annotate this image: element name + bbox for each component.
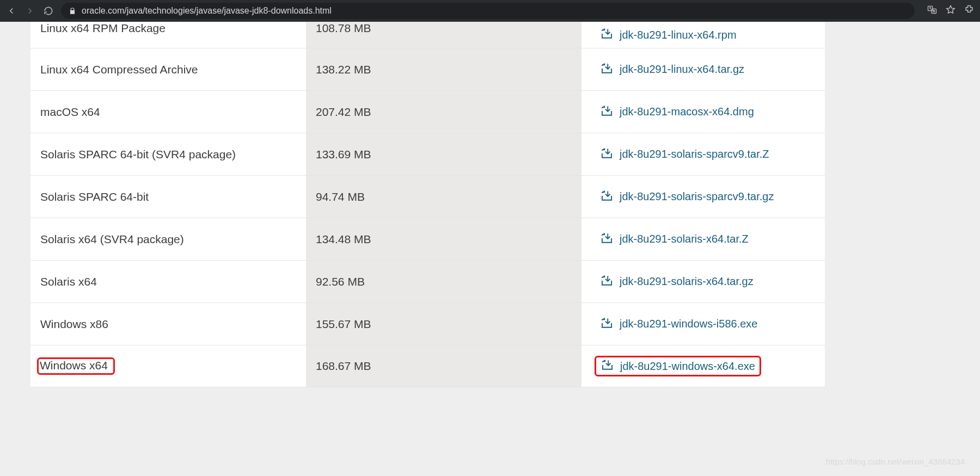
table-row: Solaris SPARC 64-bit94.74 MB jdk-8u291-s…: [30, 175, 825, 218]
file-size-cell: 92.56 MB: [306, 261, 581, 302]
product-name-cell: Linux x64 Compressed Archive: [30, 48, 306, 90]
back-button[interactable]: [5, 5, 17, 17]
product-name-cell: Windows x86: [30, 303, 306, 345]
product-name: Linux x64 Compressed Archive: [40, 63, 198, 76]
svg-rect-5: [604, 148, 605, 150]
download-cell: jdk-8u291-windows-i586.exe: [581, 303, 825, 345]
chrome-right-controls: [927, 4, 975, 17]
product-name-cell: Linux x64 RPM Package: [30, 22, 306, 48]
product-name: Solaris SPARC 64-bit: [40, 190, 149, 203]
forward-button[interactable]: [24, 5, 36, 17]
download-cell: jdk-8u291-solaris-sparcv9.tar.Z: [581, 133, 825, 175]
table-row: Linux x64 RPM Package108.78 MB jdk-8u291…: [30, 22, 825, 48]
translate-icon[interactable]: [927, 4, 938, 17]
file-size: 134.48 MB: [316, 233, 371, 246]
download-icon[interactable]: [598, 104, 613, 120]
browser-chrome: oracle.com/java/technologies/javase/java…: [0, 0, 980, 22]
highlight-box: jdk-8u291-windows-x64.exe: [595, 356, 761, 376]
product-name-cell: Solaris SPARC 64-bit: [30, 176, 306, 218]
highlight-box: Windows x64: [37, 357, 115, 375]
download-cell: jdk-8u291-windows-x64.exe: [581, 345, 825, 387]
file-size-cell: 94.74 MB: [306, 176, 581, 218]
table-row: Windows x64168.67 MB jdk-8u291-windows-x…: [30, 345, 825, 387]
extensions-icon[interactable]: [964, 4, 975, 17]
file-size-cell: 138.22 MB: [306, 48, 581, 90]
file-size: 138.22 MB: [316, 63, 371, 76]
download-icon[interactable]: [598, 189, 613, 205]
svg-rect-4: [604, 106, 605, 107]
download-link[interactable]: jdk-8u291-solaris-sparcv9.tar.Z: [620, 148, 769, 160]
download-icon[interactable]: [598, 232, 613, 247]
download-link[interactable]: jdk-8u291-solaris-x64.tar.gz: [620, 275, 754, 288]
svg-rect-3: [604, 63, 605, 65]
download-icon[interactable]: [598, 317, 613, 332]
product-name: Solaris x64: [40, 275, 97, 288]
download-link[interactable]: jdk-8u291-macosx-x64.dmg: [620, 106, 754, 118]
reload-button[interactable]: [42, 5, 54, 17]
file-size-cell: 134.48 MB: [306, 218, 581, 260]
file-size-cell: 133.69 MB: [306, 133, 581, 175]
download-cell: jdk-8u291-linux-x64.tar.gz: [581, 48, 825, 90]
table-row: Linux x64 Compressed Archive138.22 MB jd…: [30, 48, 825, 90]
table-row: Windows x86155.67 MB jdk-8u291-windows-i…: [30, 302, 825, 345]
download-icon[interactable]: [598, 62, 613, 77]
download-cell: jdk-8u291-solaris-x64.tar.gz: [581, 261, 825, 302]
product-name: macOS x64: [40, 106, 100, 119]
file-size: 207.42 MB: [316, 106, 371, 119]
download-cell: jdk-8u291-linux-x64.rpm: [581, 22, 825, 48]
table-row: macOS x64207.42 MB jdk-8u291-macosx-x64.…: [30, 90, 825, 133]
star-icon[interactable]: [945, 4, 956, 17]
product-name: Windows x86: [40, 318, 108, 331]
file-size: 168.67 MB: [316, 360, 371, 373]
file-size: 133.69 MB: [316, 148, 371, 161]
address-bar[interactable]: oracle.com/java/technologies/javase/java…: [61, 3, 915, 19]
download-icon[interactable]: [598, 358, 614, 374]
download-cell: jdk-8u291-solaris-sparcv9.tar.gz: [581, 176, 825, 218]
file-size: 92.56 MB: [316, 275, 365, 288]
table-row: Solaris SPARC 64-bit (SVR4 package)133.6…: [30, 133, 825, 175]
product-name: Linux x64 RPM Package: [40, 22, 166, 35]
download-table: Linux x64 RPM Package108.78 MB jdk-8u291…: [30, 22, 825, 387]
svg-rect-10: [604, 360, 606, 362]
svg-rect-9: [604, 318, 605, 319]
svg-rect-6: [604, 190, 605, 192]
product-name-cell: Windows x64: [30, 345, 306, 387]
product-name: Solaris SPARC 64-bit (SVR4 package): [40, 148, 236, 161]
svg-rect-7: [604, 233, 605, 234]
product-name-cell: macOS x64: [30, 91, 306, 133]
file-size: 94.74 MB: [316, 190, 365, 203]
file-size-cell: 207.42 MB: [306, 91, 581, 133]
url-text: oracle.com/java/technologies/javase/java…: [82, 6, 332, 16]
product-name: Solaris x64 (SVR4 package): [40, 233, 184, 246]
page-content: Linux x64 RPM Package108.78 MB jdk-8u291…: [0, 22, 980, 476]
download-link[interactable]: jdk-8u291-windows-x64.exe: [620, 360, 755, 373]
product-name-cell: Solaris x64: [30, 261, 306, 302]
download-link[interactable]: jdk-8u291-linux-x64.rpm: [620, 29, 737, 41]
download-icon[interactable]: [598, 274, 613, 289]
download-link[interactable]: jdk-8u291-linux-x64.tar.gz: [620, 63, 744, 76]
file-size-cell: 108.78 MB: [306, 22, 581, 48]
lock-icon: [69, 7, 76, 15]
table-row: Solaris x64 (SVR4 package)134.48 MB jdk-…: [30, 218, 825, 260]
table-row: Solaris x6492.56 MB jdk-8u291-solaris-x6…: [30, 260, 825, 302]
download-cell: jdk-8u291-macosx-x64.dmg: [581, 91, 825, 133]
file-size-cell: 168.67 MB: [306, 345, 581, 387]
download-cell: jdk-8u291-solaris-x64.tar.Z: [581, 218, 825, 260]
file-size-cell: 155.67 MB: [306, 303, 581, 345]
product-name-cell: Solaris x64 (SVR4 package): [30, 218, 306, 260]
download-link[interactable]: jdk-8u291-solaris-x64.tar.Z: [620, 233, 749, 245]
download-link[interactable]: jdk-8u291-windows-i586.exe: [620, 318, 757, 330]
svg-rect-2: [604, 29, 605, 30]
svg-rect-8: [604, 275, 605, 277]
product-name: Windows x64: [40, 359, 108, 372]
file-size: 108.78 MB: [316, 22, 371, 35]
download-icon[interactable]: [598, 27, 613, 42]
download-link[interactable]: jdk-8u291-solaris-sparcv9.tar.gz: [620, 190, 774, 203]
download-icon[interactable]: [598, 147, 613, 162]
file-size: 155.67 MB: [316, 318, 371, 331]
product-name-cell: Solaris SPARC 64-bit (SVR4 package): [30, 133, 306, 175]
